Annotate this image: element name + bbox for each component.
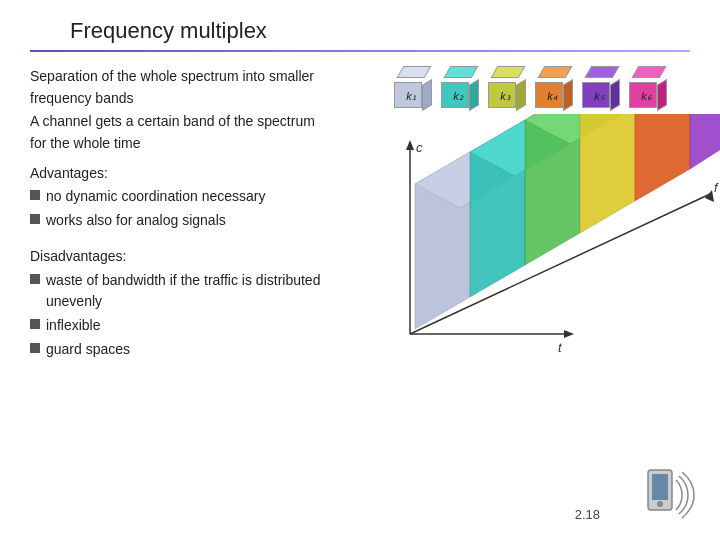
cube-k1: k₁ [390,66,432,108]
diagram-area: k₁ k₂ k₃ [340,66,690,386]
bands-diagram: c t f [340,114,720,384]
bands-svg: c t f [340,114,720,384]
advantages-label: Advantages: [30,163,330,185]
bullet-icon [30,190,40,200]
svg-text:t: t [558,340,563,355]
cube-side [469,79,479,111]
cube-k6-label: k₆ [641,90,651,103]
cube-k5-label: k₅ [594,90,604,103]
disadvantage-1: waste of bandwidth if the traffic is dis… [30,270,330,313]
cube-side [610,79,620,111]
cube-side [516,79,526,111]
svg-rect-25 [652,474,668,500]
cube-side [563,79,573,111]
cube-k4-label: k₄ [547,90,557,103]
cubes-row: k₁ k₂ k₃ [390,66,667,108]
cube-side [422,79,432,111]
cube-k2: k₂ [437,66,479,108]
text-column: Separation of the whole spectrum into sm… [30,66,330,386]
svg-marker-4 [564,330,574,338]
disadvantages-list: waste of bandwidth if the traffic is dis… [30,270,330,361]
slide: Frequency multiplex Separation of the wh… [0,0,720,540]
disadvantage-2: inflexible [30,315,330,337]
advantages-list: no dynamic coordination necessary works … [30,186,330,231]
cube-top [397,66,432,78]
cube-k6: k₆ [625,66,667,108]
bullet-icon [30,343,40,353]
intro-line-2: A channel gets a certain band of the spe… [30,111,330,154]
cube-k2-label: k₂ [453,90,463,103]
svg-text:f: f [714,180,719,195]
slide-title: Frequency multiplex [30,18,690,44]
svg-text:c: c [416,140,423,155]
bullet-icon [30,274,40,284]
svg-point-26 [657,501,663,507]
slide-number: 2.18 [575,507,600,522]
intro-line-1: Separation of the whole spectrum into sm… [30,66,330,109]
svg-marker-19 [690,114,720,169]
content-area: Separation of the whole spectrum into sm… [30,66,690,386]
cube-top [491,66,526,78]
advantage-2: works also for analog signals [30,210,330,232]
cube-k1-label: k₁ [406,90,416,103]
bullet-icon [30,214,40,224]
cube-top [538,66,573,78]
cube-top [444,66,479,78]
svg-marker-17 [635,114,690,201]
title-divider [30,50,690,52]
advantage-1: no dynamic coordination necessary [30,186,330,208]
cube-top [632,66,667,78]
phone-icon [630,460,700,530]
cube-side [657,79,667,111]
cube-k3-label: k₃ [500,90,510,103]
bullet-icon [30,319,40,329]
disadvantage-3: guard spaces [30,339,330,361]
disadvantages-label: Disadvantages: [30,246,330,268]
cube-top [585,66,620,78]
cube-k3: k₃ [484,66,526,108]
cube-k4: k₄ [531,66,573,108]
phone-svg [630,460,700,530]
cube-k5: k₅ [578,66,620,108]
svg-marker-15 [580,114,635,233]
svg-marker-1 [406,140,414,150]
